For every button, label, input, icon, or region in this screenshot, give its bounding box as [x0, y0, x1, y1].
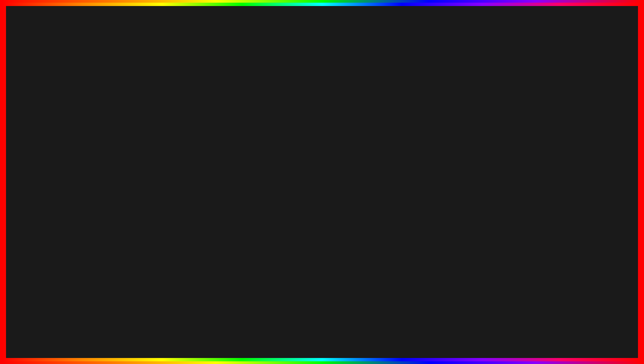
farm-mob-label-left: Health Mob — [77, 189, 95, 193]
update-banner: UPDATE 20 SCRIPT PASTEBIN — [53, 301, 591, 351]
sidebar-setting-label-left: Setting — [46, 139, 57, 143]
sidebar-left: 🏠 Welcome 🏠 General ✕ Setting ✕ Item & — [33, 116, 73, 213]
mastery-menu-label-left: Mastery Menu — [77, 148, 186, 151]
window-titlebar-right: Madox Hub − × — [465, 107, 621, 116]
title-letter-l: L — [175, 10, 210, 70]
main-container: BLOX FRUITS Madox Hub − × 🏠 Welcome 🏠 — [0, 0, 644, 364]
update-label: UPDATE — [53, 305, 208, 348]
auto-farm-toggle-left[interactable]: ↙ — [173, 135, 182, 142]
auto-farm-label-left: Auto Farm — [80, 136, 100, 141]
farm-row-mob-right: Health Mob — [509, 187, 617, 195]
auto-farm-row-left: Auto Farm ↙ — [77, 132, 186, 144]
sidebar-welcome-right[interactable]: 🏠 Welcome — [465, 118, 505, 127]
title-letter-t: T — [437, 10, 472, 70]
sidebar-general-left[interactable]: 🏠 General — [33, 127, 73, 136]
sidebar-setting-right[interactable]: ✕ Setting — [465, 136, 505, 145]
close-button-left[interactable]: × — [183, 109, 186, 114]
mastery-box-title-left: Mastery Menu — [80, 156, 183, 160]
mastery-box-desc-right: Click To Box to Start Farm Mastery — [512, 161, 614, 164]
farm-row-gun-right: Auto Farm Gun Mastery — [509, 178, 617, 187]
sidebar-general-right[interactable]: 🏠 General — [465, 127, 505, 136]
dot-esp-right — [468, 166, 470, 169]
sidebar-stats-label-left: Stats — [46, 157, 54, 161]
dot-stats-right — [468, 157, 470, 160]
auto-farm-label-right: Auto Farm — [512, 136, 532, 141]
dot-item-right — [468, 148, 470, 151]
farm-bf-label-left: Auto Farm BF Mastery — [77, 172, 114, 176]
toggle-arrow-left: ↙ — [176, 136, 180, 141]
mastery-box-title-right: Mastery Menu — [512, 156, 614, 160]
sidebar-stats-right[interactable]: ☰ Stats — [465, 154, 505, 163]
sidebar-item-quest-left[interactable]: ✕ Item & — [33, 145, 73, 154]
title-letter-o: O — [209, 10, 252, 70]
script-label: SCRIPT — [269, 305, 410, 348]
title-letter-i: I — [421, 10, 437, 70]
farm-row-gun-left: Auto Farm Gun Mastery — [77, 178, 186, 187]
svg-rect-32 — [555, 283, 556, 285]
sidebar-esp-right[interactable]: ○ ESP — [465, 163, 505, 172]
minimize-button-right[interactable]: − — [610, 109, 612, 114]
title-letter-s: S — [472, 10, 509, 70]
svg-marker-2 — [49, 251, 63, 261]
mastery-box-right: Mastery Menu Click To Box to Start Farm … — [509, 153, 617, 167]
window-controls-right: − × — [610, 109, 617, 114]
window-titlebar-left: Madox Hub − × — [33, 107, 189, 116]
farm-bf-checkbox-right[interactable] — [613, 172, 617, 176]
farm-mob-checkbox-left[interactable] — [181, 188, 186, 193]
svg-text:✦: ✦ — [41, 280, 51, 294]
svg-text:✦: ✦ — [63, 283, 68, 289]
sidebar-welcome-label-right: Welcome — [479, 121, 495, 125]
title-letter-f: F — [306, 10, 341, 70]
sidebar-setting-left[interactable]: ✕ Setting — [33, 136, 73, 145]
sidebar-general-label-right: General — [479, 130, 492, 134]
farm-row-bf-right: Auto Farm BF Mastery — [509, 170, 617, 178]
sidebar-item-label-left: Item & — [46, 148, 56, 152]
farm-gun-checkbox-left[interactable] — [181, 180, 186, 185]
auto-farm-row-right: Auto Farm ↙ — [509, 132, 617, 144]
toggle-arrow-right: ↙ — [607, 136, 611, 141]
svg-rect-31 — [553, 283, 554, 285]
sidebar-stats-label-right: Stats — [478, 157, 486, 161]
farm-bf-checkbox-left[interactable] — [181, 172, 186, 176]
auto-farm-toggle-right[interactable]: ↙ — [605, 135, 614, 142]
title-letter-x: X — [253, 10, 290, 70]
sidebar-esp-left[interactable]: ○ ESP — [33, 163, 73, 172]
update-number: 20 — [214, 301, 263, 351]
farm-mob-label-right: Health Mob — [509, 189, 527, 193]
content-area-left: Main Farm Click to Box to Farm, I ready … — [73, 116, 189, 213]
window-controls-left: − × — [178, 109, 186, 114]
sidebar-item-label-right: Item & — [477, 148, 488, 152]
svg-point-30 — [555, 278, 559, 281]
window-title-left: Madox Hub — [37, 109, 60, 114]
sidebar-esp-label-left: ESP — [45, 165, 52, 169]
svg-rect-34 — [551, 271, 560, 276]
dot-esp-left — [36, 166, 39, 169]
dot-setting-right — [468, 139, 470, 142]
window-body-right: 🏠 Welcome 🏠 General ✕ Setting ✕ Item & — [465, 116, 621, 213]
farm-row-bf-left: Auto Farm BF Mastery — [77, 170, 186, 178]
hub-window-left: Madox Hub − × 🏠 Welcome 🏠 General — [33, 106, 190, 214]
sidebar-item-quest-right[interactable]: ✕ Item & — [465, 145, 505, 154]
farm-mob-checkbox-right[interactable] — [613, 188, 617, 193]
mastery-section-right: Mastery Menu Mastery Menu Click To Box t… — [509, 148, 617, 195]
minimize-button-left[interactable]: − — [178, 109, 181, 114]
farm-gun-checkbox-right[interactable] — [613, 180, 617, 185]
sidebar-right: 🏠 Welcome 🏠 General ✕ Setting ✕ Item & — [465, 116, 505, 213]
main-farm-desc-right: Click to Box to Farm, I ready update new… — [509, 125, 617, 129]
sidebar-general-label-left: General — [47, 130, 60, 134]
mastery-box-desc-left: Click To Box to Start Farm Mastery — [80, 161, 183, 164]
sidebar-welcome-left[interactable]: 🏠 Welcome — [33, 118, 73, 127]
main-farm-title-left: Main Farm — [77, 120, 186, 124]
bf-logo-icon — [545, 268, 612, 295]
sidebar-stats-left[interactable]: ☰ Stats — [33, 154, 73, 163]
main-farm-title-right: Main Farm — [509, 120, 617, 124]
farm-bf-label-right: Auto Farm BF Mastery — [509, 172, 546, 176]
dot-welcome-right — [468, 121, 470, 124]
sidebar-setting-label-right: Setting — [477, 139, 489, 143]
dot-item-left — [36, 148, 39, 151]
dot-stats-left — [36, 157, 39, 160]
title-letter-b: B — [135, 10, 175, 70]
main-farm-desc-left: Click to Box to Farm, I ready update new… — [77, 125, 186, 129]
farm-gun-label-right: Auto Farm Gun Mastery — [509, 180, 548, 184]
close-button-right[interactable]: × — [615, 109, 617, 114]
